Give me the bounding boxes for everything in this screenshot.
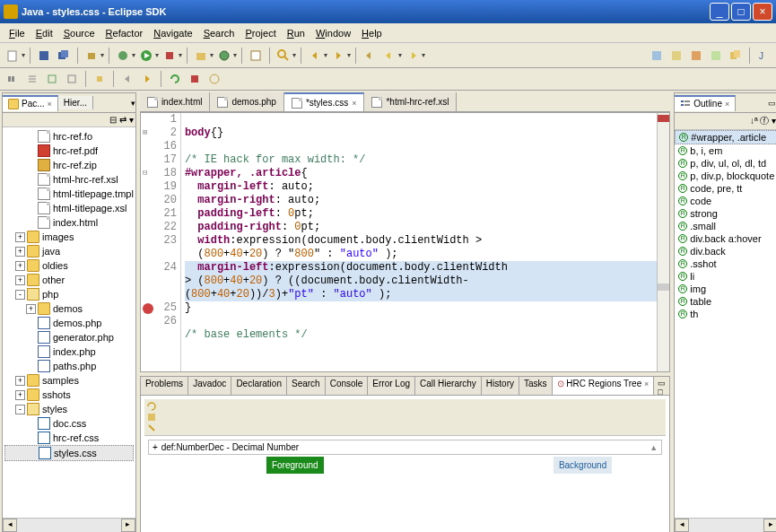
expand-toggle[interactable]: + (15, 390, 25, 400)
expand-toggle[interactable]: + (15, 275, 25, 285)
tree-item[interactable]: html-hrc-ref.xsl (4, 172, 134, 187)
tree-item[interactable]: hrc-ref.zip (4, 158, 134, 172)
toggle-breadcrumb-button[interactable] (4, 70, 22, 88)
outline-item[interactable]: Rth (675, 308, 776, 320)
save-all-button[interactable] (55, 47, 73, 65)
menu-source[interactable]: Source (58, 26, 100, 40)
expand-toggle[interactable]: + (15, 232, 25, 242)
sync-icon[interactable] (146, 401, 664, 412)
error-icon[interactable] (143, 303, 153, 314)
show-whitespace-button[interactable] (91, 70, 109, 88)
expand-toggle[interactable]: - (15, 405, 25, 414)
bottom-tab-console[interactable]: Console (326, 377, 369, 395)
annotation-prev-button[interactable] (306, 47, 324, 65)
outline-item[interactable]: Rdiv.back a:hover (675, 232, 776, 245)
outline-item[interactable]: R#wrapper, .article (675, 130, 776, 144)
open-type-button[interactable] (247, 47, 265, 65)
expand-toggle[interactable]: - (15, 290, 25, 300)
tree-item[interactable]: -php (4, 287, 134, 301)
save-button[interactable] (35, 47, 53, 65)
stop-button[interactable] (186, 70, 204, 88)
tree-item[interactable]: index.html (4, 215, 134, 230)
outline-item[interactable]: Rcode (675, 195, 776, 207)
outline-item[interactable]: Rli (675, 270, 776, 283)
bottom-tab-error-log[interactable]: Error Log (368, 377, 415, 395)
minimize-button[interactable]: _ (710, 3, 729, 21)
tree-item[interactable]: +sshots (4, 388, 134, 402)
sort-icon[interactable]: ↓ª (750, 116, 758, 126)
outline-item[interactable]: Rp, div, ul, ol, dl, td (675, 157, 776, 170)
tree-item[interactable]: index.php (4, 344, 134, 359)
bottom-tab-problems[interactable]: Problems (141, 377, 188, 395)
menu-window[interactable]: Window (310, 26, 356, 40)
bottom-tab-declaration[interactable]: Declaration (231, 377, 287, 395)
tab-outline[interactable]: Outline × (675, 95, 736, 111)
menu-run[interactable]: Run (282, 26, 310, 40)
code-editor[interactable]: 1⊞21617⊟181920212223242526 body{}/* IE h… (140, 112, 670, 372)
minimize-icon[interactable]: ▭ (766, 99, 776, 108)
tree-item[interactable]: generator.php (4, 330, 134, 344)
last-edit-button[interactable] (361, 47, 379, 65)
bottom-tab-history[interactable]: History (482, 377, 519, 395)
new-package-button[interactable] (192, 47, 210, 65)
editor-tab[interactable]: *styles.css× (284, 92, 365, 111)
view-menu-icon[interactable]: ▾ (772, 116, 776, 126)
link-editor-icon[interactable]: ⇄ (119, 115, 126, 125)
close-icon[interactable]: × (48, 100, 52, 109)
outline-item[interactable]: Rimg (675, 283, 776, 295)
foreground-swatch[interactable]: Foreground (266, 457, 324, 474)
perspective-button-2[interactable] (667, 47, 685, 65)
editor-tab[interactable]: *html-hrc-ref.xsl (364, 92, 457, 111)
menu-navigate[interactable]: Navigate (148, 26, 197, 40)
tab-package-explorer[interactable]: Pac... × (3, 95, 58, 111)
tree-item[interactable]: +demos (4, 301, 134, 316)
overview-ruler[interactable] (657, 113, 669, 371)
expand-toggle[interactable]: + (15, 376, 25, 386)
tree-item[interactable]: +oldies (4, 258, 134, 273)
perspective-button-3[interactable] (687, 47, 705, 65)
outline-item[interactable]: Rp, div.p, blockquote (675, 170, 776, 182)
menu-project[interactable]: Project (240, 26, 282, 40)
menu-help[interactable]: Help (356, 26, 388, 40)
tree-item[interactable]: +images (4, 230, 134, 244)
bottom-tab-javadoc[interactable]: Javadoc (188, 377, 231, 395)
expand-toggle[interactable]: + (15, 261, 25, 271)
external-tools-button[interactable] (161, 47, 179, 65)
close-button[interactable]: × (753, 3, 772, 21)
close-tab-icon[interactable]: × (352, 99, 356, 108)
tab-hierarchy[interactable]: Hier... (58, 96, 93, 109)
code-content[interactable]: body{}/* IE hack for max width: */#wrapp… (181, 113, 657, 371)
view-menu-icon[interactable]: ▾ (131, 99, 135, 108)
tree-item[interactable]: +java (4, 244, 134, 258)
bottom-tab-hrc-regions[interactable]: ⊙ HRC Regions Tree × (553, 377, 655, 395)
link-icon[interactable] (146, 423, 664, 433)
bottom-tab-call-hierarchy[interactable]: Call Hierarchy (415, 377, 482, 395)
outline-item[interactable]: R.sshot (675, 257, 776, 270)
annotation-next-button[interactable] (329, 47, 347, 65)
outline-item[interactable]: Rdiv.back (675, 245, 776, 257)
tree-item[interactable]: demos.php (4, 316, 134, 330)
view-controls[interactable]: ▭ □ (654, 377, 669, 395)
bottom-tab-tasks[interactable]: Tasks (519, 377, 553, 395)
editor-tab[interactable]: demos.php (210, 92, 283, 111)
sync-button[interactable] (205, 70, 223, 88)
nav-next-button[interactable] (138, 70, 156, 88)
outline-item[interactable]: R.small (675, 220, 776, 232)
forward-button[interactable] (404, 47, 422, 65)
tree-item[interactable]: html-titlepage.xsl (4, 201, 134, 215)
tree-item[interactable]: paths.php (4, 359, 134, 373)
editor-tab[interactable]: index.html (140, 92, 211, 111)
outline-scrollbar[interactable]: ◂▸ (675, 518, 776, 532)
search-button[interactable] (275, 47, 292, 65)
expand-toggle[interactable]: + (15, 247, 25, 257)
perspective-button-4[interactable] (707, 47, 725, 65)
view-menu-icon[interactable]: ▾ (129, 115, 134, 125)
filter-icon[interactable] (146, 412, 664, 423)
java-perspective-button[interactable]: J (754, 47, 772, 65)
tree-item[interactable]: hrc-ref.fo (4, 129, 134, 144)
new-class-button[interactable] (215, 47, 233, 65)
tree-scrollbar[interactable]: ◂▸ (3, 518, 135, 532)
perspective-button-1[interactable] (648, 47, 666, 65)
tree-item[interactable]: doc.css (4, 416, 134, 431)
outline-item[interactable]: Rtable (675, 295, 776, 308)
